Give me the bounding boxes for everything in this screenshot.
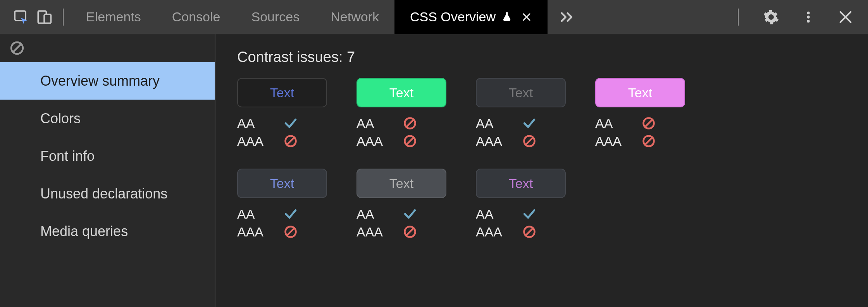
tab-label: Elements: [86, 9, 141, 24]
svg-point-4: [807, 16, 809, 18]
sidebar-header: [0, 34, 215, 62]
close-devtools-icon[interactable]: [834, 5, 857, 29]
rating-row-aaa: AAA: [237, 132, 333, 150]
clear-icon[interactable]: [9, 40, 25, 56]
prohibit-icon: [283, 224, 298, 240]
rating-row-aa: AA: [595, 114, 691, 132]
rating-label: AA: [237, 207, 271, 222]
ratings: AAAAA: [476, 114, 572, 150]
sidebar-item-label: Font info: [40, 148, 95, 164]
main-panel: Contrast issues: 7 TextAAAAATextAAAAATex…: [215, 34, 868, 307]
rating-row-aaa: AAA: [476, 223, 572, 241]
sidebar-item-media-queries[interactable]: Media queries: [0, 212, 215, 250]
tab-label: CSS Overview: [410, 9, 496, 24]
tab-label: Console: [172, 9, 220, 24]
rating-row-aa: AA: [476, 114, 572, 132]
tab-elements[interactable]: Elements: [71, 0, 157, 34]
tab-console[interactable]: Console: [157, 0, 236, 34]
rating-row-aa: AA: [237, 205, 333, 223]
rating-row-aaa: AAA: [595, 132, 691, 150]
sidebar-item-label: Media queries: [40, 223, 128, 240]
contrast-tile: TextAAAAA: [237, 169, 333, 241]
rating-row-aaa: AAA: [356, 223, 453, 241]
sidebar-item-font-info[interactable]: Font info: [0, 137, 215, 175]
sidebar-item-overview-summary[interactable]: Overview summary: [0, 62, 215, 100]
sidebar-item-label: Colors: [40, 110, 81, 127]
rating-label: AAA: [476, 224, 510, 240]
swatch-text: Text: [628, 85, 652, 100]
prohibit-icon: [283, 133, 298, 149]
rating-label: AA: [595, 116, 629, 131]
device-toolbar-icon[interactable]: [33, 5, 56, 29]
rating-row-aaa: AAA: [356, 132, 453, 150]
prohibit-icon: [522, 133, 537, 149]
color-swatch[interactable]: Text: [356, 78, 446, 107]
rating-label: AAA: [476, 134, 510, 149]
settings-gear-icon[interactable]: [760, 5, 783, 29]
tab-css-overview[interactable]: CSS Overview: [394, 0, 548, 34]
svg-rect-2: [44, 14, 51, 23]
tabbar-divider: [63, 9, 64, 26]
rating-row-aaa: AAA: [476, 132, 572, 150]
color-swatch[interactable]: Text: [476, 169, 566, 198]
contrast-tile: TextAAAAA: [356, 78, 453, 150]
tab-label: Sources: [251, 9, 300, 24]
prohibit-icon: [641, 116, 656, 131]
contrast-tile: TextAAAAA: [476, 78, 572, 150]
contrast-tile: TextAAAAA: [237, 78, 333, 150]
color-swatch[interactable]: Text: [237, 169, 327, 198]
check-icon: [402, 206, 418, 222]
rating-label: AA: [237, 116, 271, 131]
svg-point-3: [807, 11, 809, 14]
flask-icon: [501, 11, 513, 23]
rating-label: AA: [476, 207, 510, 222]
prohibit-icon: [402, 133, 418, 149]
rating-row-aaa: AAA: [237, 223, 333, 241]
check-icon: [283, 116, 298, 131]
ratings: AAAAA: [356, 205, 453, 241]
color-swatch[interactable]: Text: [476, 78, 566, 107]
prohibit-icon: [402, 116, 418, 131]
color-swatch[interactable]: Text: [237, 78, 327, 107]
ratings: AAAAA: [595, 114, 691, 150]
rating-label: AA: [476, 116, 510, 131]
tab-network[interactable]: Network: [315, 0, 394, 34]
ratings: AAAAA: [356, 114, 453, 150]
close-tab-icon[interactable]: [521, 12, 532, 22]
ratings: AAAAA: [237, 205, 333, 241]
rating-row-aa: AA: [476, 205, 572, 223]
swatch-text: Text: [389, 176, 413, 191]
sidebar-item-label: Overview summary: [40, 73, 160, 89]
check-icon: [283, 206, 298, 222]
more-tabs-icon[interactable]: [555, 5, 579, 29]
section-heading: Contrast issues: 7: [237, 49, 846, 66]
color-swatch[interactable]: Text: [356, 169, 446, 198]
tab-sources[interactable]: Sources: [236, 0, 315, 34]
prohibit-icon: [522, 224, 537, 240]
svg-point-5: [807, 19, 809, 22]
rating-label: AAA: [356, 134, 391, 149]
ratings: AAAAA: [237, 114, 333, 150]
devtools-tabbar: Elements Console Sources Network CSS Ove…: [0, 0, 868, 34]
sidebar-item-unused-declarations[interactable]: Unused declarations: [0, 175, 215, 212]
prohibit-icon: [402, 224, 418, 240]
tab-label: Network: [331, 9, 379, 24]
sidebar: Overview summary Colors Font info Unused…: [0, 34, 215, 307]
color-swatch[interactable]: Text: [595, 78, 685, 107]
check-icon: [522, 206, 537, 222]
svg-rect-0: [15, 11, 26, 21]
swatch-text: Text: [389, 85, 413, 100]
rating-label: AA: [356, 116, 391, 131]
rating-row-aa: AA: [356, 114, 453, 132]
rating-label: AA: [356, 207, 391, 222]
swatch-text: Text: [270, 85, 294, 100]
inspect-element-icon[interactable]: [9, 5, 33, 29]
prohibit-icon: [641, 133, 656, 149]
sidebar-item-label: Unused declarations: [40, 186, 167, 202]
kebab-menu-icon[interactable]: [797, 5, 820, 29]
swatch-text: Text: [509, 85, 533, 100]
ratings: AAAAA: [476, 205, 572, 241]
rating-label: AAA: [595, 134, 629, 149]
rating-label: AAA: [237, 134, 271, 149]
sidebar-item-colors[interactable]: Colors: [0, 100, 215, 137]
